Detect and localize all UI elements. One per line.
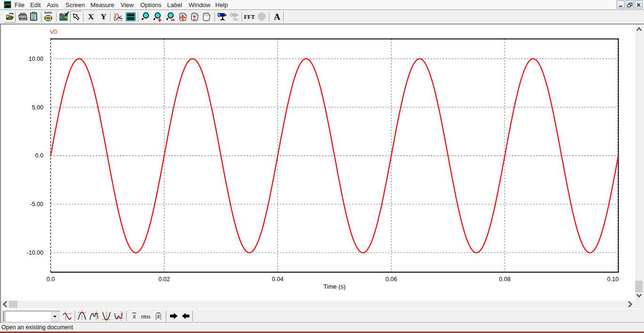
svg-text:0.02: 0.02	[158, 276, 170, 283]
svg-text:-10.00: -10.00	[27, 250, 43, 256]
svg-text:x: x	[132, 313, 136, 320]
svg-text:-5.00: -5.00	[30, 201, 44, 208]
svg-text:0.0: 0.0	[47, 276, 55, 283]
svg-text:Time (s): Time (s)	[323, 283, 345, 290]
svg-text:|x|: |x|	[155, 313, 162, 320]
svg-text:0.08: 0.08	[499, 276, 510, 283]
svg-text:A: A	[274, 12, 280, 22]
svg-text:Y: Y	[101, 12, 106, 21]
svg-text:A: A	[236, 17, 239, 22]
svg-text:0.04: 0.04	[272, 276, 283, 283]
svg-text:5.00: 5.00	[32, 104, 43, 111]
svg-text:DATA: DATA	[45, 11, 52, 14]
svg-text:V0: V0	[50, 29, 57, 35]
svg-text:X: X	[88, 12, 94, 21]
svg-text:0.0: 0.0	[35, 152, 43, 159]
svg-text:10.00: 10.00	[29, 56, 43, 62]
svg-text:FFT: FFT	[244, 14, 255, 20]
svg-text:rms: rms	[141, 313, 150, 320]
svg-text:0.10: 0.10	[607, 276, 619, 283]
svg-text:0.06: 0.06	[385, 276, 397, 283]
